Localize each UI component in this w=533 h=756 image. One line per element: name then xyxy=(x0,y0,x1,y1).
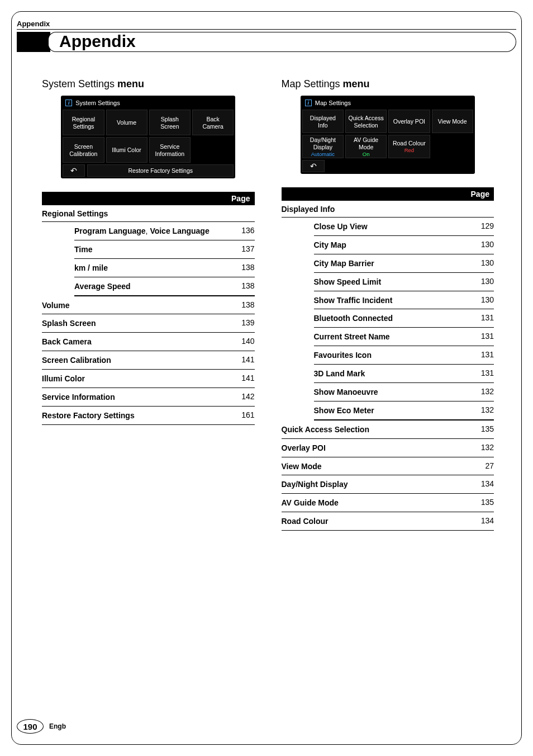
row-label: Splash Screen xyxy=(42,318,231,329)
row-page: 140 xyxy=(231,337,255,346)
table-group-head: Regional Settings xyxy=(42,205,255,222)
screenshot-button: BackCamera xyxy=(192,110,234,135)
row-label: Overlay POI xyxy=(282,443,471,453)
row-label: AV Guide Mode xyxy=(282,498,471,508)
table-row: 3D Land Mark131 xyxy=(314,365,494,383)
left-column: System Settings menu i System Settings R… xyxy=(42,78,255,531)
row-label: Favourites Icon xyxy=(314,350,471,361)
language-code: Engb xyxy=(49,722,66,730)
chapter-title-row: Appendix xyxy=(17,32,516,52)
page-number: 190 xyxy=(17,719,44,734)
row-page: 130 xyxy=(470,295,494,304)
table-row: Quick Access Selection135 xyxy=(282,420,494,439)
table-row: Screen Calibration141 xyxy=(42,351,255,370)
table-row: Current Street Name131 xyxy=(314,328,494,346)
row-page: 137 xyxy=(231,244,255,253)
section-label: Appendix xyxy=(17,20,516,30)
screenshot-button: DisplayedInfo xyxy=(302,110,344,133)
row-label: Service Information xyxy=(42,392,231,403)
row-page: 142 xyxy=(231,392,255,401)
screenshot-button: Illumi Color xyxy=(106,137,147,163)
restore-factory-button: Restore Factory Settings xyxy=(87,164,234,177)
table-row: Show Eco Meter132 xyxy=(314,401,494,420)
info-icon: i xyxy=(65,100,72,106)
table-row: Back Camera140 xyxy=(42,333,255,351)
title-cap-left xyxy=(48,32,56,52)
screenshot-title-text: Map Settings xyxy=(315,100,351,106)
table-row: City Map Barrier130 xyxy=(314,254,494,273)
page-footer: 190 Engb xyxy=(17,719,66,734)
table-row: Close Up View129 xyxy=(314,218,494,236)
table-row: Time137 xyxy=(74,240,255,259)
map-settings-screenshot: i Map Settings DisplayedInfoQuick Access… xyxy=(301,96,475,174)
system-settings-heading: System Settings menu xyxy=(42,78,255,90)
row-label: Close Up View xyxy=(314,221,471,232)
row-label: Program Language, Voice Language xyxy=(74,226,231,237)
row-page: 141 xyxy=(231,374,255,382)
row-label: Average Speed xyxy=(74,281,231,292)
row-label: Back Camera xyxy=(42,337,231,347)
footer-spacer xyxy=(327,160,473,172)
back-icon: ↶ xyxy=(63,164,85,177)
row-label: Day/Night Display xyxy=(282,479,471,490)
map-settings-heading: Map Settings menu xyxy=(282,78,494,90)
row-page: 161 xyxy=(231,410,255,419)
row-page: 136 xyxy=(231,226,255,235)
row-page: 138 xyxy=(231,281,255,290)
table-row: Bluetooth Connected131 xyxy=(314,309,494,328)
row-label: Current Street Name xyxy=(314,332,471,342)
table-row: Service Information142 xyxy=(42,388,255,407)
page-column-header: Page xyxy=(282,187,494,201)
table-row: Splash Screen139 xyxy=(42,314,255,333)
heading-plain: Map Settings xyxy=(282,78,343,89)
row-label: Show Traffic Incident xyxy=(314,295,471,306)
table-row: Road Colour134 xyxy=(282,512,494,531)
screenshot-button: RegionalSettings xyxy=(63,110,104,135)
screenshot-title: i Map Settings xyxy=(301,98,475,110)
screenshot-button: View Mode xyxy=(432,110,473,133)
row-label: View Mode xyxy=(282,461,471,472)
table-row: Volume138 xyxy=(42,296,255,315)
row-page: 138 xyxy=(231,263,255,272)
table-row: Favourites Icon131 xyxy=(314,346,494,365)
chapter-tab xyxy=(17,32,50,52)
row-label: km / mile xyxy=(74,263,231,273)
row-page: 139 xyxy=(231,318,255,327)
row-page: 135 xyxy=(470,498,494,507)
system-settings-screenshot: i System Settings RegionalSettingsVolume… xyxy=(61,96,235,178)
chapter-title: Appendix xyxy=(56,32,506,52)
row-label: Show Eco Meter xyxy=(314,405,471,416)
row-label: Quick Access Selection xyxy=(282,424,471,435)
row-page: 132 xyxy=(470,443,494,452)
heading-bold: menu xyxy=(117,78,144,89)
title-cap-right xyxy=(506,32,516,52)
heading-bold: menu xyxy=(343,78,370,89)
row-label: Show Manoeuvre xyxy=(314,387,471,398)
row-page: 132 xyxy=(470,405,494,414)
row-page: 132 xyxy=(470,387,494,396)
row-page: 131 xyxy=(470,368,494,377)
table-row: AV Guide Mode135 xyxy=(282,494,494,512)
right-column: Map Settings menu i Map Settings Display… xyxy=(282,78,494,531)
screenshot-button: ServiceInformation xyxy=(149,137,191,163)
row-label: Bluetooth Connected xyxy=(314,313,471,324)
screenshot-button: SplashScreen xyxy=(149,110,191,135)
row-page: 130 xyxy=(470,258,494,267)
screenshot-title-text: System Settings xyxy=(75,100,120,106)
table-row: City Map130 xyxy=(314,236,494,254)
row-label: Volume xyxy=(42,300,231,311)
row-page: 130 xyxy=(470,240,494,249)
row-label: City Map Barrier xyxy=(314,258,471,269)
table-row: Overlay POI132 xyxy=(282,439,494,457)
table-group-head: Displayed Info xyxy=(282,201,494,218)
row-label: Show Speed Limit xyxy=(314,277,471,287)
row-page: 138 xyxy=(231,300,255,309)
page-header: Appendix Appendix xyxy=(17,20,516,52)
row-page: 134 xyxy=(470,516,494,525)
screenshot-button: Volume xyxy=(106,110,147,135)
screenshot-button: Road ColourRed xyxy=(388,135,430,158)
row-label: Road Colour xyxy=(282,516,471,527)
table-row: Show Manoeuvre132 xyxy=(314,383,494,401)
screenshot-button: Day/NightDisplayAutomatic xyxy=(302,135,344,158)
row-label: Time xyxy=(74,244,231,255)
